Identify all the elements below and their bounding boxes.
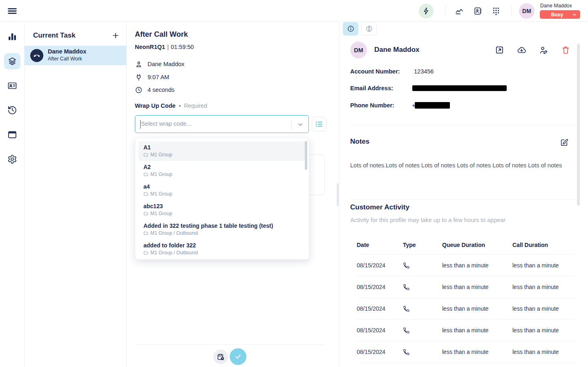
wrap-code-option[interactable]: A2 M1 Group [139, 161, 306, 180]
activity-table-header: Date Type Queue Duration Call Duration [357, 235, 574, 255]
sidebar-item-settings[interactable] [4, 151, 20, 167]
wrap-code-option[interactable]: Added in 322 testing phase 1 table testi… [139, 220, 306, 239]
account-number-label: Account Number: [350, 68, 400, 75]
redacted-email [412, 85, 507, 91]
wrap-label-text: Wrap Up Code [135, 102, 176, 109]
wrap-code-option[interactable]: A1 M1 Group [139, 141, 306, 161]
browser-window-icon [7, 130, 17, 140]
wrap-up-code-label: Wrap Up Code • Required [135, 102, 207, 109]
gear-icon [7, 154, 17, 164]
activity-row: 08/15/2024 less than a minute less than … [357, 298, 574, 320]
wrap-code-title: A2 [143, 163, 301, 171]
wrap-code-option[interactable]: abc123 M1 Group [139, 200, 306, 220]
quick-actions-button[interactable] [419, 4, 434, 18]
panel-scrollbar[interactable] [337, 183, 339, 206]
activity-row: 08/15/2024 less than a minute less than … [357, 276, 574, 298]
profile-avatar: DM [350, 42, 367, 58]
divider [350, 199, 574, 200]
email-label: Email Address: [350, 85, 393, 91]
folder-icon [143, 172, 148, 177]
edit-notes-icon[interactable] [560, 138, 569, 147]
hamburger-menu-icon[interactable] [7, 5, 18, 17]
text-caret [140, 120, 141, 129]
top-bar: DM Dane Maddox Busy [0, 0, 588, 22]
person-icon [135, 60, 143, 68]
user-avatar[interactable]: DM [519, 3, 534, 19]
address-book-icon[interactable] [473, 7, 482, 16]
folder-icon [143, 152, 148, 157]
acw-queue-timer: NeonR1Q1|01:59:50 [135, 44, 194, 50]
col-call-duration: Call Duration [512, 242, 574, 248]
wrap-code-dropdown: A1 M1 Group A2 M1 Group [135, 138, 309, 260]
brain-icon [365, 25, 373, 33]
wrap-code-select[interactable]: Select wrap code... [135, 115, 309, 133]
dropdown-scrollbar[interactable] [305, 141, 307, 170]
edit-contact-icon[interactable] [539, 45, 548, 55]
bar-chart-icon [7, 32, 17, 42]
divider [291, 120, 292, 129]
phone-call-icon [403, 327, 442, 334]
tab-contact-info[interactable] [343, 22, 358, 36]
acw-title: After Call Work [135, 30, 188, 39]
col-queue-duration: Queue Duration [442, 242, 512, 248]
layers-icon [7, 56, 17, 66]
task-list-item[interactable]: Dane Maddox After Call Work [25, 46, 127, 65]
divider [135, 344, 325, 345]
sidebar-item-dashboard[interactable] [4, 29, 20, 45]
user-name: Dane Maddox [540, 3, 572, 9]
status-label: Busy [551, 12, 563, 18]
sidebar-item-history[interactable] [4, 102, 20, 118]
clock-icon [135, 86, 143, 94]
activity-queue-duration: less than a minute [442, 284, 512, 290]
activity-date: 08/15/2024 [357, 349, 403, 355]
duration-row: 4 seconds [135, 85, 174, 94]
delete-contact-icon[interactable] [561, 45, 570, 55]
contact-card-icon [7, 81, 17, 91]
wrap-code-group: M1 Group [150, 152, 172, 158]
wrap-code-option[interactable]: added to folder 322 M1 Group / Outbound [139, 239, 306, 259]
sidebar-item-tasks[interactable] [4, 53, 20, 69]
check-icon [234, 353, 242, 360]
col-date: Date [357, 242, 403, 248]
panel-scrollbar[interactable] [577, 44, 580, 206]
wrap-code-group: M1 Group / Outbound [150, 250, 198, 256]
notes-title: Notes [350, 138, 369, 146]
cloud-download-icon[interactable] [517, 45, 526, 55]
plug-icon [135, 73, 143, 81]
activity-queue-duration: less than a minute [442, 327, 512, 334]
redacted-phone [415, 102, 450, 109]
activity-call-duration: less than a minute [512, 284, 574, 290]
required-badge: Required [184, 102, 207, 109]
wrap-code-group: M1 Group / Outbound [150, 230, 198, 236]
activity-queue-duration: less than a minute [442, 262, 512, 269]
open-in-new-icon[interactable] [495, 45, 504, 55]
tab-ai-insights[interactable] [361, 22, 377, 36]
notes-content: Lots of notes.Lots of notes Lots of note… [350, 161, 568, 169]
left-nav-rail [0, 22, 25, 367]
sidebar-item-workspace[interactable] [4, 127, 20, 143]
submit-wrap-up-button[interactable] [230, 348, 246, 365]
task-type: After Call Work [48, 56, 82, 62]
dialpad-icon[interactable] [492, 7, 501, 16]
wrap-code-group: M1 Group [150, 171, 172, 177]
sidebar-item-contacts[interactable] [4, 78, 20, 94]
activity-table: Date Type Queue Duration Call Duration 0… [357, 235, 574, 363]
browse-wrap-codes-button[interactable] [312, 117, 326, 131]
contact-row: Dane Maddox [135, 60, 184, 69]
wrap-code-group: M1 Group [150, 191, 172, 197]
activity-queue-duration: less than a minute [442, 349, 512, 355]
customer-activity-subtitle: Activity for this profile may take up to… [350, 217, 505, 223]
queue-name: NeonR1Q1 [135, 44, 165, 50]
status-dropdown[interactable]: Busy [540, 10, 580, 19]
phone-handset-icon [33, 52, 40, 59]
task-avatar [30, 49, 43, 62]
add-task-button[interactable] [111, 31, 120, 40]
customer-activity-title: Customer Activity [350, 203, 409, 211]
activity-date: 08/15/2024 [357, 284, 403, 290]
reporting-chart-icon[interactable] [455, 7, 464, 16]
chevron-down-icon[interactable] [297, 121, 304, 128]
divider [511, 6, 512, 16]
schedule-button[interactable] [213, 349, 228, 364]
wrap-code-option[interactable]: a4 M1 Group [139, 180, 306, 200]
activity-call-duration: less than a minute [512, 349, 574, 355]
